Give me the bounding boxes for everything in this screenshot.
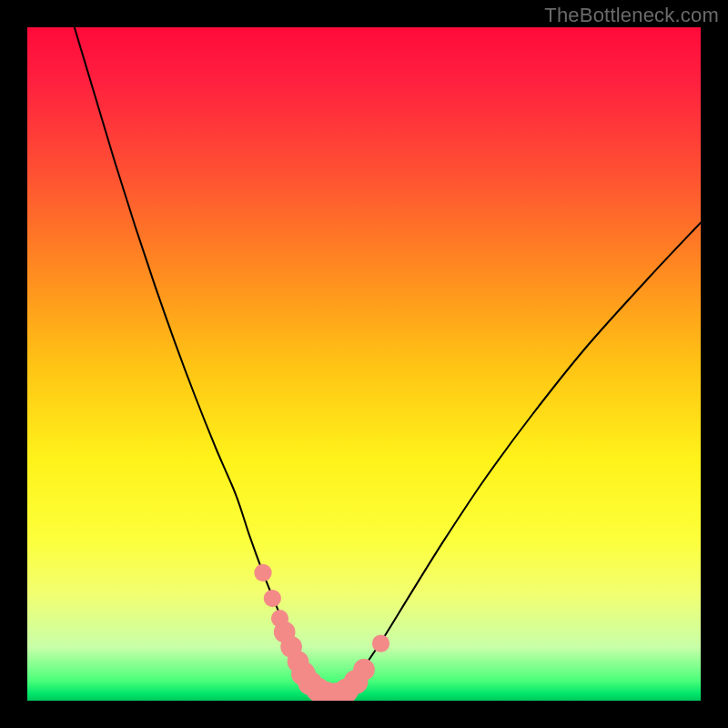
marker-layer: [27, 27, 701, 701]
plot-area: [27, 27, 701, 701]
chart-frame: TheBottleneck.com: [0, 0, 728, 728]
marker-point: [254, 564, 271, 581]
marker-point: [372, 634, 389, 652]
watermark-label: TheBottleneck.com: [544, 4, 719, 27]
marker-point: [353, 659, 375, 681]
marker-point: [264, 590, 281, 607]
